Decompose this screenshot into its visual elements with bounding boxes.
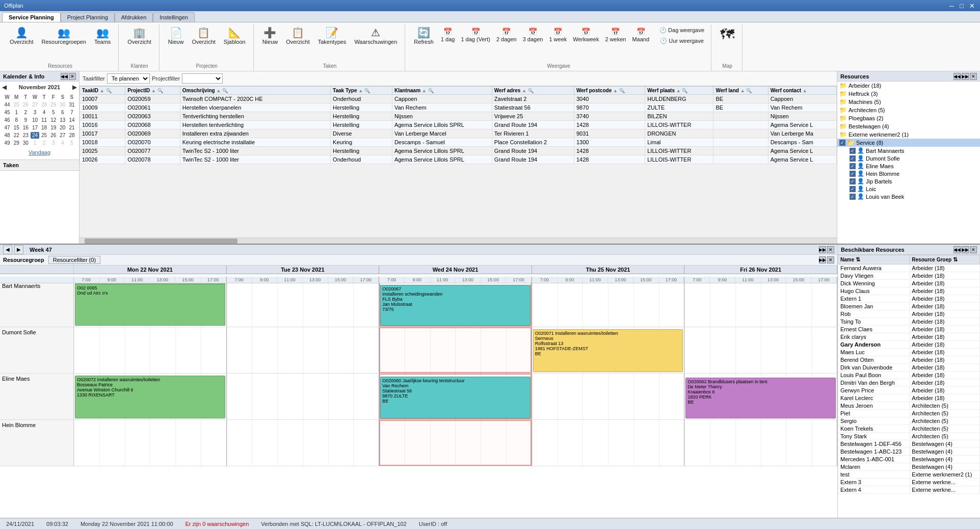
ribbon-btn-maand[interactable]: 📅 Maand [629, 25, 652, 44]
list-item[interactable]: Dirk van DuivenbodeArbeider (18) [838, 364, 980, 372]
task-block[interactable]: O020072 Installeren wasruimtes/toiletten… [75, 376, 225, 418]
list-item[interactable]: Ernest ClaesArbeider (18) [838, 326, 980, 333]
tree-checkbox[interactable]: ✓ [839, 140, 845, 146]
ribbon-btn-overzicht-taken[interactable]: 📋 Overzicht [282, 25, 313, 47]
task-block[interactable]: O020067 Installeren scheidingswanden FLS… [380, 285, 531, 326]
table-row[interactable]: 10017O020069Installeren extra zijwandenD… [80, 129, 837, 138]
cal-day[interactable]: 30 [59, 101, 67, 108]
resourcefilter-btn[interactable]: Resourcefilter (0) [48, 256, 100, 264]
list-item[interactable]: Erik clarysArbeider (18) [838, 333, 980, 341]
avail-resources-expand-right[interactable]: ▶▶ [962, 246, 969, 253]
table-row[interactable]: 10018O020070Keuring electrische installa… [80, 138, 837, 147]
cal-day[interactable]: 5 [68, 140, 76, 146]
task-filter-select[interactable]: Te plannen [107, 73, 150, 84]
tab-instellingen[interactable]: Instellingen [153, 12, 195, 22]
cal-day[interactable]: 1 [12, 109, 20, 116]
tree-item[interactable]: ✓👤Louis van Beek [837, 193, 980, 200]
table-row[interactable]: 10011O020063Tentverlichting herstellenHe… [80, 112, 837, 121]
tree-checkbox[interactable]: ✓ [850, 163, 856, 169]
tree-item[interactable]: 📁Architecten (5) [837, 106, 980, 114]
cal-day[interactable]: 25 [40, 132, 48, 139]
cal-day[interactable]: 26 [49, 132, 58, 139]
cal-day[interactable]: 27 [59, 132, 67, 139]
cal-day[interactable]: 21 [68, 124, 76, 131]
planning-day-cell[interactable]: O020072 Installeren wasruimtes/toiletten… [74, 374, 227, 419]
cal-day[interactable]: 31 [68, 101, 76, 108]
list-item[interactable]: PietArchitecten (5) [838, 410, 980, 417]
cal-day[interactable]: 8 [12, 117, 20, 123]
planning-day-cell[interactable] [74, 420, 227, 466]
cal-day[interactable]: 14 [68, 117, 76, 123]
maximize-button[interactable]: □ [958, 2, 966, 10]
resources-expand-right[interactable]: ▶▶ [962, 73, 969, 80]
ribbon-btn-2weken[interactable]: 📅 2 weken [602, 25, 628, 44]
cal-day[interactable]: 10 [31, 117, 39, 123]
tree-checkbox[interactable]: ✓ [850, 155, 856, 162]
tree-item[interactable]: 📁Machines (5) [837, 98, 980, 106]
cal-day[interactable]: 26 [21, 101, 30, 108]
planning-day-cell[interactable] [227, 420, 380, 466]
planning-expand-right[interactable]: ▶▶ [819, 246, 826, 253]
ribbon-btn-nieuw-project[interactable]: 📄 Nieuw [165, 25, 188, 47]
ribbon-btn-takentypes[interactable]: 📝 Takentypes [314, 25, 350, 47]
list-item[interactable]: Gerwyn PriceArbeider (18) [838, 387, 980, 394]
list-item[interactable]: testExterne werknemer2 (1) [838, 471, 980, 479]
cal-day[interactable]: 29 [49, 101, 58, 108]
cal-day[interactable]: 16 [21, 124, 30, 131]
table-row[interactable]: 10026O020078TwinTec S2 - 1000 literOnder… [80, 155, 837, 164]
list-item[interactable]: Koen TrekelsArchitecten (5) [838, 425, 980, 433]
planning-day-cell[interactable] [532, 420, 685, 466]
cal-next-btn[interactable]: ▶ [72, 84, 77, 91]
cal-day[interactable]: 28 [68, 132, 76, 139]
list-item[interactable]: RobArbeider (18) [838, 310, 980, 318]
tab-afdrukken[interactable]: Afdrukken [115, 12, 153, 22]
resources-expand-left[interactable]: ◀◀ [953, 73, 961, 80]
planning-day-cell[interactable] [379, 420, 532, 466]
ribbon-btn-sjabloon[interactable]: 📐 Sjabloon [220, 25, 249, 47]
planning-bar-close[interactable]: ✕ [827, 256, 834, 263]
table-row[interactable]: 10016O020068Herstellen tentverlichtingHe… [80, 121, 837, 129]
table-row[interactable]: 10007O020059Twinsoft COMPACT - 2020C HEO… [80, 95, 837, 103]
planning-bar-expand[interactable]: ▶▶ [819, 256, 826, 263]
planning-close[interactable]: ✕ [827, 246, 834, 253]
planning-day-cell[interactable]: O020071 Installeren wasruimtes/toiletten… [532, 327, 685, 373]
cal-day[interactable]: 19 [49, 124, 58, 131]
ribbon-btn-1dag[interactable]: 📅 1 dag [438, 25, 458, 44]
tree-item[interactable]: ✓📁Service (8) [837, 139, 980, 147]
tab-service-planning[interactable]: Service Planning [2, 12, 61, 22]
cal-day[interactable]: 2 [40, 140, 48, 146]
planning-day-cell[interactable] [532, 374, 685, 419]
ribbon-btn-1dag-vert[interactable]: 📅 1 dag (Vert) [458, 25, 492, 44]
cal-day[interactable]: 3 [31, 109, 39, 116]
cal-day[interactable]: 3 [49, 140, 58, 146]
list-item[interactable]: Dick WenningArbeider (18) [838, 280, 980, 287]
ribbon-btn-refresh[interactable]: 🔄 Refresh [410, 25, 437, 47]
tree-item[interactable]: ✓👤Jip Bartels [837, 177, 980, 185]
table-row[interactable]: 10025O020077TwinTec S2 - 1000 literHerst… [80, 147, 837, 155]
ribbon-btn-overzicht-klanten[interactable]: 🏢 Overzicht [124, 25, 154, 47]
ribbon-btn-3dagen[interactable]: 📅 3 dagen [520, 25, 546, 44]
tree-checkbox[interactable]: ✓ [850, 178, 856, 184]
list-item[interactable]: Mercedes 1-ABC-001Bestelwagen (4) [838, 456, 980, 463]
list-item[interactable]: Karel LeclercArbeider (18) [838, 394, 980, 402]
list-item[interactable]: Extern 3Externe werkne... [838, 479, 980, 486]
cal-day[interactable]: 15 [12, 124, 20, 131]
list-item[interactable]: Dimitri Van den BerghArbeider (18) [838, 379, 980, 387]
list-item[interactable]: Bestelwagen 1-DEF-456Bestelwagen (4) [838, 440, 980, 448]
cal-day[interactable]: 24 [31, 132, 39, 139]
list-item[interactable]: Extern 1Arbeider (18) [838, 295, 980, 303]
list-item[interactable]: Extern 4Externe werkne... [838, 486, 980, 494]
list-item[interactable]: Meus JeroenArchitecten (5) [838, 402, 980, 410]
tree-item[interactable]: ✓👤Loic [837, 185, 980, 193]
planning-day-cell[interactable] [684, 327, 837, 373]
tree-checkbox[interactable]: ✓ [850, 186, 856, 192]
cal-day[interactable]: 28 [40, 101, 48, 108]
list-item[interactable]: MclarenBestelwagen (4) [838, 463, 980, 471]
cal-day[interactable]: 5 [49, 109, 58, 116]
cal-day[interactable]: 23 [21, 132, 30, 139]
tree-item[interactable]: 📁Heftruck (3) [837, 90, 980, 98]
ribbon-btn-teams[interactable]: 👥 Teams [91, 25, 114, 47]
tree-item[interactable]: ✓👤Hein Blomme [837, 170, 980, 177]
list-item[interactable]: Louis Paul BoonArbeider (18) [838, 372, 980, 379]
tree-checkbox[interactable]: ✓ [850, 194, 856, 200]
